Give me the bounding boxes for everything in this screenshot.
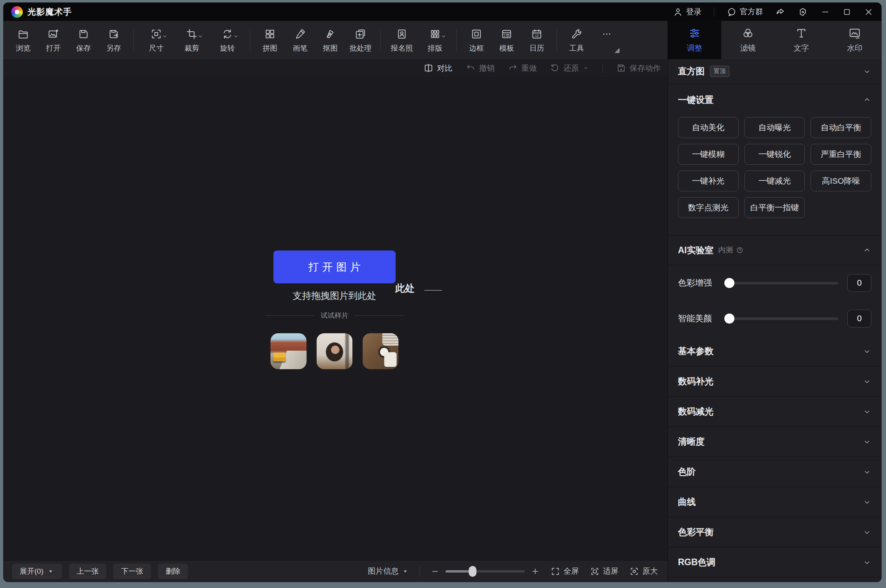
panel-section-header[interactable]: 色彩平衡 [668, 517, 881, 547]
panel-section-header[interactable]: 曲线 [668, 487, 881, 517]
chevron-down-icon[interactable] [863, 377, 871, 386]
sample-portrait-woman[interactable] [317, 333, 353, 369]
chevron-up-icon[interactable] [863, 246, 871, 254]
compare-button[interactable]: 对比 [423, 63, 452, 73]
chevron-down-icon[interactable] [863, 407, 871, 416]
zoom-out-minus-icon[interactable] [431, 567, 439, 576]
panel-tab[interactable]: 调整 [668, 21, 721, 59]
chevron-down-icon[interactable] [863, 498, 871, 506]
panel-tab[interactable]: 水印 [828, 21, 881, 59]
caret-down-icon[interactable] [232, 33, 239, 40]
one-click-section-header[interactable]: 一键设置 [668, 84, 881, 116]
toolbar-item[interactable]: 边框 [461, 28, 492, 52]
toolbar-item[interactable]: 模板 [492, 28, 522, 52]
slider-thumb[interactable] [724, 278, 734, 288]
undo-button[interactable]: 撤销 [466, 63, 495, 73]
toolbar-item[interactable]: 批处理 [345, 28, 376, 52]
panel-tab[interactable]: 文字 [775, 21, 828, 59]
redo-button[interactable]: 重做 [508, 63, 537, 73]
one-click-button[interactable]: 一键模糊 [678, 144, 739, 165]
one-click-button[interactable]: 白平衡一指键 [744, 197, 805, 218]
close-icon[interactable] [864, 7, 874, 17]
one-click-button[interactable]: 高ISO降噪 [811, 170, 871, 191]
slider-thumb[interactable] [724, 314, 734, 324]
previous-image-button[interactable]: 上一张 [69, 564, 106, 579]
panel-section-header[interactable]: RGB色调 [668, 547, 881, 578]
chevron-up-icon[interactable] [863, 95, 871, 104]
border-frame-icon [471, 28, 482, 40]
one-click-button[interactable]: 一键锐化 [744, 144, 805, 165]
toolbar-item[interactable]: 12 日历 [522, 28, 552, 52]
one-click-button[interactable]: 数字点测光 [678, 197, 739, 218]
expand-filmstrip-button[interactable]: 展开(0) [12, 564, 62, 579]
ai-lab-section-header[interactable]: AI实验室 内测 [668, 235, 881, 265]
slider-track[interactable] [725, 282, 838, 285]
fullscreen-button[interactable]: 全屏 [550, 566, 579, 576]
one-click-button[interactable]: 严重白平衡 [811, 144, 871, 165]
sample-desk-flatlay[interactable] [363, 333, 399, 369]
actual-size-button[interactable]: 原大 [629, 566, 658, 576]
one-click-button[interactable]: 一键补光 [678, 170, 739, 191]
slider-track[interactable] [725, 317, 838, 320]
toolbar-item[interactable]: 裁剪 [174, 28, 210, 52]
caret-down-icon[interactable] [161, 33, 168, 40]
histogram-section-header[interactable]: 直方图 置顶 [668, 59, 881, 84]
maximize-icon[interactable] [843, 8, 851, 16]
toolbar-item[interactable]: 打开 [38, 28, 68, 52]
chevron-down-icon[interactable] [863, 468, 871, 476]
official-group-button[interactable]: 官方群 [727, 7, 763, 17]
slider-value[interactable]: 0 [847, 310, 871, 327]
toolbar-item[interactable]: 排版 [418, 28, 452, 52]
next-image-button[interactable]: 下一张 [113, 564, 151, 579]
fit-screen-button[interactable]: 适屏 [590, 566, 618, 576]
panel-section-header[interactable]: 色阶 [668, 457, 881, 487]
slider-value[interactable]: 0 [847, 274, 871, 292]
toolbar-item[interactable]: 拼图 [255, 28, 285, 52]
open-image-button[interactable]: 打开图片 [273, 251, 396, 283]
panel-section-header[interactable]: 数码减光 [668, 397, 881, 427]
settings-gear-icon[interactable] [798, 7, 808, 17]
toolbar-item[interactable]: 画笔 [285, 28, 315, 52]
toolbar-item[interactable]: 报名照 [385, 28, 418, 52]
login-button[interactable]: 登录 [673, 7, 702, 17]
chevron-down-icon[interactable] [863, 528, 871, 537]
toolbar-item[interactable]: 浏览 [8, 28, 38, 52]
chevron-down-icon[interactable] [863, 558, 871, 567]
save-action-button[interactable]: 保存动作 [616, 63, 661, 73]
toolbar-item[interactable] [592, 28, 622, 52]
panel-section-header[interactable]: 清晰度 [668, 427, 881, 457]
toolbar-item[interactable]: 工具 [562, 28, 592, 52]
toolbar-item[interactable]: 尺寸 [138, 28, 174, 52]
image-info-dropdown[interactable]: 图片信息 [368, 566, 409, 576]
chevron-down-icon[interactable] [863, 67, 871, 76]
one-click-button[interactable]: 自动美化 [678, 117, 739, 138]
toolbar-edit-group: 拼图 画笔 抠图 [255, 28, 376, 52]
caret-down-icon[interactable] [197, 33, 204, 40]
minimize-icon[interactable] [820, 7, 830, 17]
chevron-down-icon[interactable] [863, 347, 871, 356]
restore-button[interactable]: 还原 [550, 63, 589, 73]
tools-wrench-icon [571, 28, 582, 40]
one-click-button[interactable]: 一键减光 [744, 170, 805, 191]
one-click-button[interactable]: 自动白平衡 [811, 117, 871, 138]
panel-section-header[interactable]: 基本参数 [668, 336, 881, 366]
toolbar-item[interactable]: 抠图 [315, 28, 345, 52]
panel-tab[interactable]: 滤镜 [721, 21, 775, 59]
zoom-thumb[interactable] [469, 566, 476, 577]
cutout-pen-icon [324, 28, 336, 40]
toolbar-item[interactable]: 另存 [99, 28, 129, 52]
one-click-button[interactable]: 自动曝光 [744, 117, 805, 138]
question-circle-icon[interactable] [736, 246, 744, 254]
samples-label: 试试样片 [321, 311, 348, 320]
toolbar-item[interactable]: 旋转 [210, 28, 245, 52]
zoom-in-plus-icon[interactable] [531, 567, 539, 576]
delete-image-button[interactable]: 删除 [158, 564, 188, 579]
caret-down-icon[interactable] [582, 65, 589, 72]
zoom-track[interactable] [446, 570, 525, 573]
chevron-down-icon[interactable] [863, 438, 871, 446]
share-icon[interactable] [775, 7, 785, 17]
caret-down-icon[interactable] [440, 33, 447, 40]
panel-section-header[interactable]: 数码补光 [668, 366, 881, 397]
sample-desert-van[interactable] [271, 333, 307, 369]
toolbar-item[interactable]: 保存 [68, 28, 99, 52]
